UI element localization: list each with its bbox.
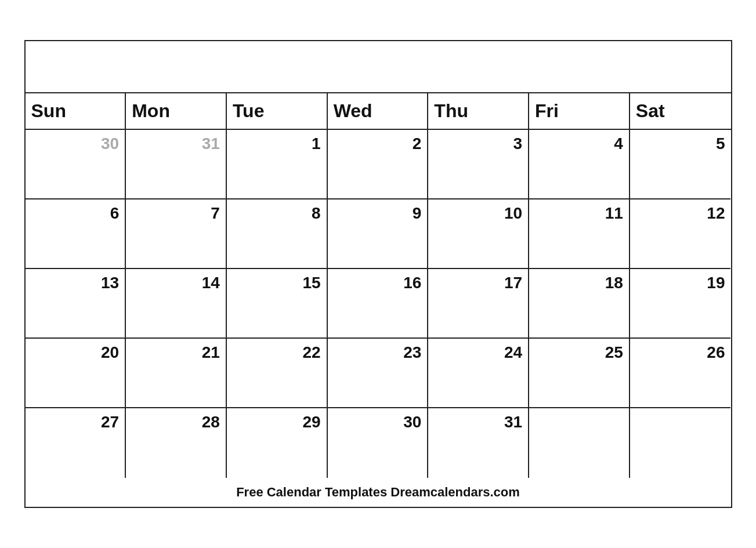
day-cell[interactable]: 29 [227,408,328,478]
day-cell[interactable]: 22 [227,339,328,408]
day-cell[interactable]: 12 [630,199,731,269]
day-cell[interactable]: 14 [126,269,227,339]
day-cell[interactable]: 8 [227,199,328,269]
day-cell[interactable]: 18 [529,269,630,339]
calendar-footer: Free Calendar Templates Dreamcalendars.c… [26,478,731,507]
day-cell[interactable]: 1 [227,130,328,199]
day-cell[interactable]: 15 [227,269,328,339]
day-cell[interactable]: 27 [26,408,126,478]
day-cell[interactable]: 21 [126,339,227,408]
day-header-fri: Fri [529,93,630,129]
day-cell[interactable]: 4 [529,130,630,199]
day-cell[interactable]: 30 [328,408,429,478]
day-cell[interactable]: 3 [428,130,529,199]
day-cell[interactable]: 25 [529,339,630,408]
day-cell[interactable]: 31 [126,130,227,199]
calendar: SunMonTueWedThuFriSat 303112345678910111… [24,40,732,508]
day-header-sun: Sun [26,93,126,129]
day-cell[interactable]: 20 [26,339,126,408]
day-cell[interactable]: 16 [328,269,429,339]
day-cell[interactable]: 6 [26,199,126,269]
day-header-tue: Tue [227,93,328,129]
day-header-sat: Sat [630,93,731,129]
day-cell[interactable]: 5 [630,130,731,199]
day-cell[interactable]: 26 [630,339,731,408]
day-cell[interactable] [529,408,630,478]
day-cell[interactable]: 19 [630,269,731,339]
day-cell[interactable]: 2 [328,130,429,199]
day-cell[interactable]: 17 [428,269,529,339]
day-cell[interactable]: 13 [26,269,126,339]
day-cell[interactable]: 24 [428,339,529,408]
day-cell[interactable]: 31 [428,408,529,478]
day-cell[interactable] [630,408,731,478]
calendar-grid: 3031123456789101112131415161718192021222… [26,130,731,478]
day-header-wed: Wed [328,93,429,129]
day-cell[interactable]: 9 [328,199,429,269]
day-header-mon: Mon [126,93,227,129]
day-cell[interactable]: 30 [26,130,126,199]
calendar-day-headers: SunMonTueWedThuFriSat [26,93,731,130]
day-cell[interactable]: 10 [428,199,529,269]
day-cell[interactable]: 28 [126,408,227,478]
day-cell[interactable]: 11 [529,199,630,269]
day-cell[interactable]: 23 [328,339,429,408]
calendar-title-area [26,41,731,93]
day-header-thu: Thu [428,93,529,129]
day-cell[interactable]: 7 [126,199,227,269]
